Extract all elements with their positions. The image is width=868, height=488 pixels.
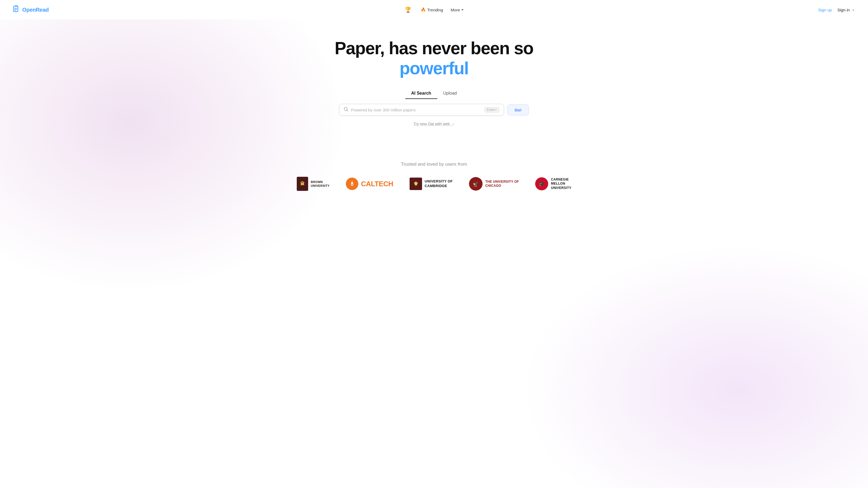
go-button[interactable]: Go! <box>507 104 529 116</box>
nav-icon-button[interactable]: 🏆 <box>403 5 413 14</box>
enter-badge: Enter↵ <box>485 107 499 112</box>
trending-label: Trending <box>427 8 443 12</box>
brown-university-logo: 🏛 BROWNUNIVERSITY <box>297 177 330 191</box>
signup-button[interactable]: Sign up <box>818 8 832 12</box>
hero-title-line1: Paper, has never been so <box>335 38 533 58</box>
logo-icon <box>13 5 20 14</box>
chevron-down-icon <box>461 9 464 10</box>
search-box: Enter↵ <box>339 104 504 116</box>
hero-title-powerful: powerful <box>400 59 469 78</box>
bg-blob-right <box>521 244 868 488</box>
brown-text: BROWNUNIVERSITY <box>311 180 330 188</box>
brown-badge: 🏛 <box>297 177 308 191</box>
cambridge-logo: ⚜ UNIVERSITY OFCAMBRIDGE <box>410 177 453 190</box>
fire-icon: 🔥 <box>421 7 426 12</box>
chicago-badge: 🦅 <box>469 177 483 191</box>
logo-text: OpenRead <box>22 7 49 13</box>
caltech-badge: 🕯 <box>346 177 358 190</box>
more-menu-button[interactable]: More <box>451 8 464 12</box>
search-input[interactable] <box>351 108 482 112</box>
cmu-badge: 🎓 <box>535 177 548 190</box>
caltech-text: Caltech <box>361 180 393 188</box>
chicago-logo: 🦅 THE UNIVERSITY OFCHICAGO <box>469 177 519 191</box>
cmu-text: CARNEGIEMELLONUNIVERSITY <box>551 177 571 190</box>
oat-link[interactable]: Try new Oat with web → <box>413 122 455 126</box>
search-row: Enter↵ Go! <box>339 104 529 116</box>
trending-link[interactable]: 🔥 Trending <box>421 7 443 12</box>
tab-upload[interactable]: Upload <box>437 88 463 99</box>
cambridge-badge: ⚜ <box>410 177 422 190</box>
navbar: OpenRead 🏆 🔥 Trending More Sign up Sign … <box>0 0 868 20</box>
nav-center: 🏆 🔥 Trending More <box>403 5 464 14</box>
trophy-icon: 🏆 <box>405 6 411 13</box>
logo-open: Open <box>22 7 36 13</box>
trusted-section: Trusted and loved by users from 🏛 BROWNU… <box>0 145 868 202</box>
cmu-logo: 🎓 CARNEGIEMELLONUNIVERSITY <box>535 177 571 190</box>
nav-right: Sign up Sign in → <box>818 8 855 12</box>
search-tabs: AI Search Upload <box>5 88 863 99</box>
caltech-logo: 🕯 Caltech <box>346 177 393 190</box>
logo-area: OpenRead <box>13 5 49 14</box>
more-label: More <box>451 8 460 12</box>
logos-row: 🏛 BROWNUNIVERSITY 🕯 Caltech ⚜ UNIVERSITY… <box>5 177 863 191</box>
svg-line-5 <box>347 110 348 111</box>
chicago-text: THE UNIVERSITY OFCHICAGO <box>485 180 519 188</box>
hero-title: Paper, has never been so powerful <box>5 38 863 78</box>
trusted-title: Trusted and loved by users from <box>5 162 863 167</box>
logo-read: Read <box>36 7 49 13</box>
tab-ai-search[interactable]: AI Search <box>405 88 437 99</box>
cambridge-text: UNIVERSITY OFCAMBRIDGE <box>425 179 453 188</box>
hero-section: Paper, has never been so powerful AI Sea… <box>0 20 868 137</box>
search-icon <box>344 107 348 113</box>
signin-button[interactable]: Sign in → <box>837 8 855 12</box>
